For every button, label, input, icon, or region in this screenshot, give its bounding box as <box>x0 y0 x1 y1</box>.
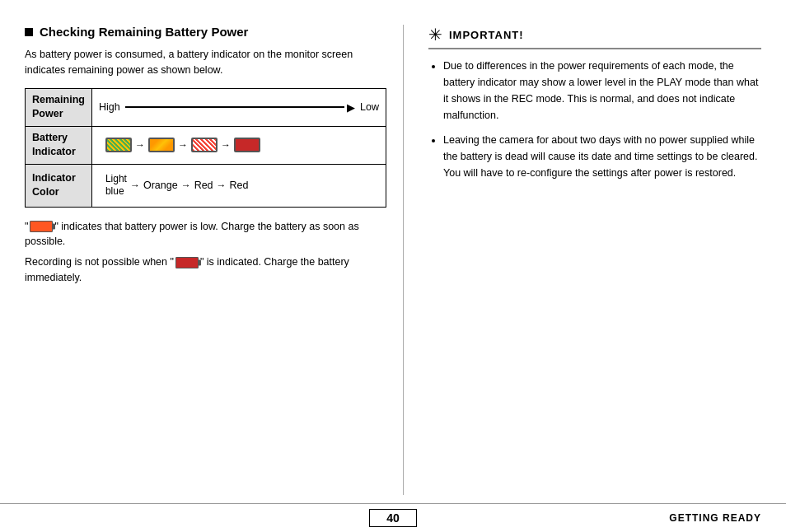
section-title: Checking Remaining Battery Power <box>25 25 386 39</box>
footnote2: Recording is not possible when "" is ind… <box>25 254 386 286</box>
remaining-power-content: High ▶ Low <box>91 88 386 126</box>
important-header: ✳ IMPORTANT! <box>428 25 761 49</box>
arrow3: → <box>221 139 231 151</box>
footnote-battery-low <box>30 221 53 232</box>
arrow-line: ▶ <box>125 101 355 114</box>
remaining-power-row: RemainingPower High ▶ Low <box>26 88 386 126</box>
indicator-color-content: Lightblue → Orange → Red → Red <box>91 164 386 207</box>
section-heading: Checking Remaining Battery Power <box>40 25 248 39</box>
footnote1: "" indicates that battery power is low. … <box>25 219 386 250</box>
remaining-power-header: RemainingPower <box>26 88 92 126</box>
important-list: Due to differences in the power requirem… <box>428 58 761 181</box>
arrow1: → <box>135 139 145 151</box>
low-label: Low <box>360 101 379 113</box>
right-column: ✳ IMPORTANT! Due to differences in the p… <box>404 25 761 495</box>
indicator-color-row: IndicatorColor Lightblue → Orange → Red … <box>26 164 386 207</box>
important-title: IMPORTANT! <box>449 29 524 41</box>
color-light-blue: Lightblue <box>105 173 127 198</box>
arrow-color3: → <box>217 180 227 191</box>
indicator-color-header: IndicatorColor <box>26 164 92 207</box>
battery-icon-low <box>191 138 218 152</box>
arrow-color1: → <box>130 180 140 191</box>
important-section: ✳ IMPORTANT! Due to differences in the p… <box>428 25 761 181</box>
battery-icon-empty <box>234 138 260 152</box>
left-column: Checking Remaining Battery Power As batt… <box>25 25 404 495</box>
color-indicators: Lightblue → Orange → Red → Red <box>99 169 379 203</box>
battery-icon-half <box>148 138 175 152</box>
arrow2: → <box>178 139 188 151</box>
color-red1: Red <box>194 180 213 191</box>
footnote1-text: " indicates that battery power is low. C… <box>25 221 359 248</box>
page-number: 40 <box>369 509 417 527</box>
footnote2-text-prefix: Recording is not possible when " <box>25 256 174 268</box>
battery-icon-full <box>105 138 132 152</box>
footnote-battery-empty <box>175 257 199 268</box>
high-label: High <box>99 101 120 113</box>
important-bullet-1: Due to differences in the power requirem… <box>443 58 761 124</box>
battery-table: RemainingPower High ▶ Low <box>25 88 386 208</box>
battery-icons: → → → <box>99 133 379 156</box>
arrow-color2: → <box>181 180 191 191</box>
battery-indicator-row: BatteryIndicator → → → <box>26 126 386 164</box>
intro-text: As battery power is consumed, a battery … <box>25 47 386 78</box>
page-footer: 40 GETTING READY <box>0 503 786 532</box>
important-bullet-2: Leaving the camera for about two days wi… <box>443 132 761 181</box>
battery-indicator-header: BatteryIndicator <box>26 126 92 164</box>
battery-indicator-content: → → → <box>91 126 386 164</box>
footnote1-quote-open: " <box>25 221 28 232</box>
color-orange: Orange <box>143 180 178 191</box>
arrow-right: ▶ <box>347 101 355 114</box>
bullet-icon <box>25 28 33 36</box>
footer-label: GETTING READY <box>669 512 761 524</box>
important-star-icon: ✳ <box>428 25 442 44</box>
color-red2: Red <box>230 180 249 191</box>
